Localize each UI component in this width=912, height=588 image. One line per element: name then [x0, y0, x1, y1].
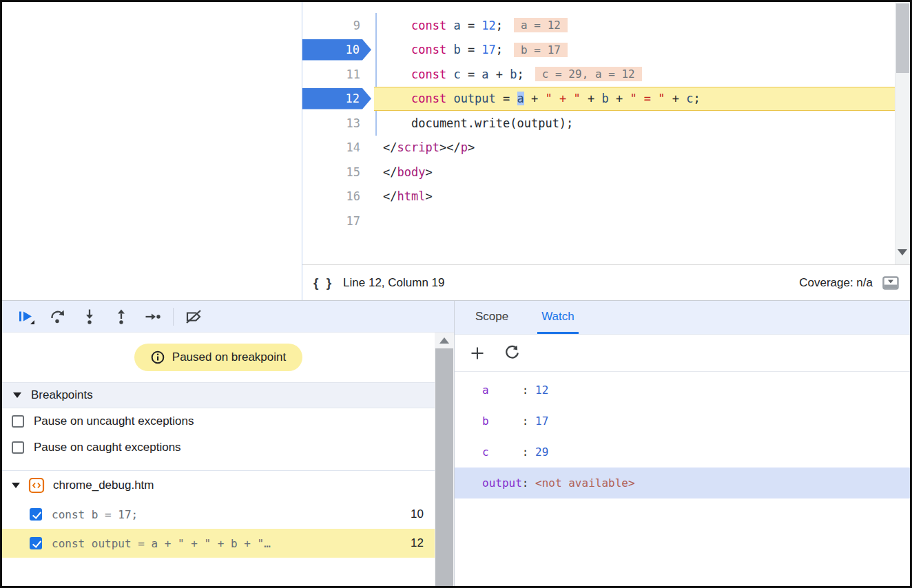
collapse-triangle-icon [13, 392, 21, 398]
code-text: const a = 12;a = 12 [374, 13, 895, 38]
line-number[interactable]: 9 [302, 13, 374, 38]
deactivate-breakpoints-button[interactable] [178, 304, 209, 329]
line-number[interactable]: 14 [302, 136, 374, 160]
code-token: > [425, 189, 432, 203]
refresh-icon[interactable] [504, 345, 520, 361]
code-token: + [524, 92, 546, 105]
scroll-down-arrow-icon[interactable] [898, 249, 907, 255]
code-line: 11 const c = a + b;c = 29, a = 12 [302, 62, 895, 87]
code-token: ; [496, 43, 503, 56]
code-token [383, 92, 411, 105]
breakpoint-checkbox[interactable] [30, 537, 42, 549]
code-line: 16</html> [302, 185, 895, 209]
code-token: b [453, 43, 460, 56]
breakpoint-gutter[interactable]: 12 [302, 87, 374, 112]
code-token: > [439, 140, 446, 154]
breakpoint-entry[interactable]: const output = a + " + " + b + "…12 [2, 529, 435, 558]
code-token: = [461, 19, 482, 32]
navigator-empty-pane [2, 2, 302, 300]
line-number[interactable]: 13 [302, 111, 374, 136]
tab-watch[interactable]: Watch [537, 301, 579, 334]
step-button[interactable] [137, 304, 169, 329]
breakpoint-entry[interactable]: const b = 17;10 [2, 500, 435, 529]
code-token: const [411, 92, 446, 105]
code-token: = [496, 92, 517, 105]
editor-status-bar: { } Line 12, Column 19 Coverage: n/a [302, 264, 910, 300]
pause-caught-checkbox[interactable] [12, 441, 24, 454]
watch-expression-row[interactable]: output: <not available> [455, 468, 910, 498]
code-token [446, 67, 453, 81]
inline-value-annotation: a = 12 [514, 18, 568, 32]
code-token: a [481, 67, 488, 81]
watch-expression-colon: : [522, 445, 535, 459]
debugger-pane-scrollbar-thumb[interactable] [435, 348, 453, 586]
code-token: 17 [481, 43, 495, 56]
watch-expression-name: c [482, 445, 522, 459]
pause-uncaught-checkbox[interactable] [12, 415, 24, 428]
watch-expression-row[interactable]: a : 12 [455, 375, 910, 406]
pretty-print-icon[interactable]: { } [313, 275, 333, 291]
code-token: ; [694, 92, 701, 105]
breakpoints-section-header[interactable]: Breakpoints [2, 382, 435, 408]
step-out-button[interactable] [105, 304, 137, 329]
tab-scope[interactable]: Scope [471, 301, 512, 334]
collapse-triangle-icon [12, 483, 20, 488]
watch-expression-row[interactable]: c : 29 [455, 437, 910, 468]
code-line: 14</script></p> [302, 136, 895, 160]
toolbar-separator [173, 308, 174, 326]
debugger-pane-scrollbar[interactable] [435, 333, 454, 586]
pause-caught-exceptions-row[interactable]: Pause on caught exceptions [2, 434, 435, 461]
editor-scrollbar[interactable] [895, 2, 910, 264]
drawer-icon[interactable] [882, 276, 899, 290]
code-token: 12 [481, 19, 495, 32]
code-token: const [411, 19, 446, 32]
debugger-toolbar [2, 301, 454, 333]
line-number[interactable]: 16 [302, 185, 374, 209]
code-token: const [411, 67, 446, 81]
editor-scrollbar-thumb[interactable] [896, 3, 909, 73]
code-token: html [397, 189, 425, 203]
code-text: document.write(output); [374, 111, 895, 136]
watch-expression-colon: : [522, 476, 535, 490]
current-execution-line: 12 const output = a + " + " + b + " = " … [302, 87, 895, 112]
code-token: </ [383, 165, 397, 179]
line-number[interactable]: 17 [302, 209, 374, 233]
code-token: body [397, 165, 425, 179]
breakpoint-line-number: 12 [411, 536, 424, 550]
paused-token: a [517, 92, 524, 105]
breakpoint-gutter[interactable]: 10 [302, 38, 374, 63]
breakpoint-file-group[interactable]: chrome_debug.htm [2, 471, 435, 500]
code-token: > [468, 140, 475, 154]
watch-pane: Scope Watch a : 12b : 17c : 29output: <n… [455, 301, 910, 586]
watch-expression-row[interactable]: b : 17 [455, 406, 910, 437]
breakpoint-code-snippet: const output = a + " + " + b + "… [52, 537, 401, 550]
code-lines: 9 const a = 12;a = 1210 const b = 17;b =… [302, 2, 895, 264]
breakpoint-checkbox[interactable] [30, 508, 42, 521]
step-over-button[interactable] [42, 304, 74, 329]
top-region: 9 const a = 12;a = 1210 const b = 17;b =… [2, 2, 910, 300]
devtools-sources-panel: 9 const a = 12;a = 1210 const b = 17;b =… [0, 0, 912, 588]
watch-expression-value: 29 [535, 445, 548, 459]
inline-value-annotation: c = 29, a = 12 [535, 67, 642, 81]
watch-expression-colon: : [522, 414, 535, 428]
breakpoint-code-snippet: const b = 17; [52, 508, 401, 521]
scroll-up-arrow-icon[interactable] [439, 337, 449, 344]
step-into-button[interactable] [74, 304, 105, 329]
pause-caught-label: Pause on caught exceptions [34, 441, 181, 454]
code-text: const c = a + b;c = 29, a = 12 [374, 62, 895, 87]
breakpoint-line-number: 10 [411, 507, 424, 521]
line-number[interactable]: 11 [302, 62, 374, 87]
pause-uncaught-exceptions-row[interactable]: Pause on uncaught exceptions [2, 408, 435, 434]
line-number[interactable]: 15 [302, 160, 374, 185]
add-expression-icon[interactable] [470, 346, 485, 361]
code-text: const output = a + " + " + b + " = " + c… [374, 87, 895, 112]
code-text: </html> [374, 185, 895, 209]
code-text: </script></p> [374, 136, 895, 160]
resume-button[interactable] [10, 304, 42, 329]
code-token [383, 43, 411, 56]
code-token: + [665, 92, 687, 105]
breakpoint-file-name: chrome_debug.htm [53, 479, 154, 492]
breakpoint-marker[interactable]: 12 [302, 88, 371, 109]
breakpoint-marker[interactable]: 10 [302, 39, 371, 61]
watch-toolbar [455, 335, 910, 372]
